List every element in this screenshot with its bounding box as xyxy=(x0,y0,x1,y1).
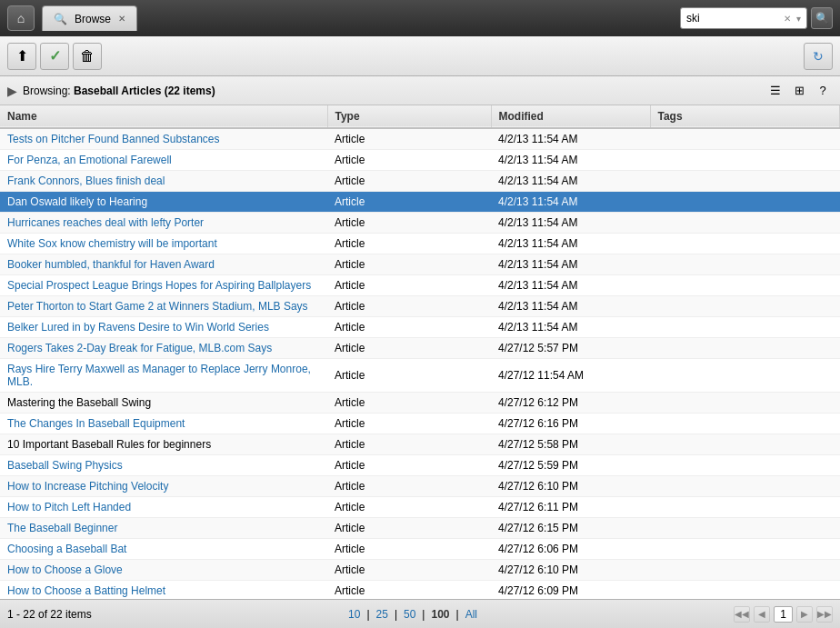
table-row[interactable]: Peter Thorton to Start Game 2 at Winners… xyxy=(0,296,840,317)
list-view-button[interactable]: ☰ xyxy=(765,81,785,101)
article-link[interactable]: How to Increase Pitching Velocity xyxy=(7,480,168,493)
home-button[interactable]: ⌂ xyxy=(7,5,35,31)
table-row[interactable]: Choosing a Baseball BatArticle4/27/12 6:… xyxy=(0,539,840,560)
article-link[interactable]: The Changes In Baseball Equipment xyxy=(7,417,185,430)
article-link[interactable]: How to Choose a Batting Helmet xyxy=(7,584,165,597)
search-button[interactable]: 🔍 xyxy=(811,7,833,29)
table-container: Name Type Modified Tags Tests on Pitcher… xyxy=(0,105,840,599)
article-link[interactable]: The Baseball Beginner xyxy=(7,522,117,534)
approve-button[interactable]: ✓ xyxy=(40,43,69,70)
pagesize-50[interactable]: 50 xyxy=(401,608,418,621)
pagesize-25[interactable]: 25 xyxy=(374,608,391,621)
table-row[interactable]: Special Prospect League Brings Hopes for… xyxy=(0,275,840,296)
table-row[interactable]: Hurricanes reaches deal with lefty Porte… xyxy=(0,213,840,234)
cell-name: Dan Oswald likely to Hearing xyxy=(0,192,327,213)
table-row[interactable]: The Baseball BeginnerArticle4/27/12 6:15… xyxy=(0,518,840,539)
col-header-tags[interactable]: Tags xyxy=(650,105,840,128)
delete-button[interactable]: 🗑 xyxy=(73,43,102,70)
cell-modified: 4/2/13 11:54 AM xyxy=(491,275,650,296)
article-link[interactable]: Special Prospect League Brings Hopes for… xyxy=(7,279,311,292)
cell-tags xyxy=(650,254,840,275)
cell-type: Article xyxy=(327,171,491,192)
article-link[interactable]: Belker Lured in by Ravens Desire to Win … xyxy=(7,321,269,334)
pagesize-10[interactable]: 10 xyxy=(345,608,363,621)
article-link[interactable]: Baseball Swing Physics xyxy=(7,459,123,472)
cell-type: Article xyxy=(327,192,491,213)
table-row[interactable]: Mastering the Baseball SwingArticle4/27/… xyxy=(0,393,840,414)
table-row[interactable]: Booker humbled, thankful for Haven Award… xyxy=(0,254,840,275)
cell-modified: 4/2/13 11:54 AM xyxy=(491,234,650,254)
table-row[interactable]: For Penza, an Emotional FarewellArticle4… xyxy=(0,150,840,171)
pagesize-100[interactable]: 100 xyxy=(428,608,452,621)
article-link[interactable]: Hurricanes reaches deal with lefty Porte… xyxy=(7,216,204,229)
cell-modified: 4/27/12 6:06 PM xyxy=(491,539,650,560)
browsing-label: Browsing: xyxy=(23,85,71,97)
browse-tab[interactable]: 🔍 Browse ✕ xyxy=(42,5,137,31)
col-header-type[interactable]: Type xyxy=(327,105,491,128)
page-next-button[interactable]: ▶ xyxy=(796,606,813,623)
cell-name: Belker Lured in by Ravens Desire to Win … xyxy=(0,317,327,338)
article-link[interactable]: Tests on Pitcher Found Banned Substances xyxy=(7,133,219,145)
help-button[interactable]: ? xyxy=(813,81,833,101)
article-link[interactable]: Booker humbled, thankful for Haven Award xyxy=(7,258,215,271)
cell-tags xyxy=(650,497,840,518)
add-button[interactable]: ⬆ xyxy=(7,43,36,70)
table-row[interactable]: Rays Hire Terry Maxwell as Manager to Re… xyxy=(0,359,840,393)
table-row[interactable]: Rogers Takes 2-Day Break for Fatigue, ML… xyxy=(0,338,840,359)
cell-tags xyxy=(650,476,840,497)
table-row[interactable]: The Changes In Baseball EquipmentArticle… xyxy=(0,414,840,434)
table-row[interactable]: Dan Oswald likely to HearingArticle4/2/1… xyxy=(0,192,840,213)
table-row[interactable]: Belker Lured in by Ravens Desire to Win … xyxy=(0,317,840,338)
breadcrumb-left: ▶ Browsing: Baseball Articles (22 items) xyxy=(7,84,215,98)
articles-table: Name Type Modified Tags Tests on Pitcher… xyxy=(0,105,840,599)
cell-modified: 4/2/13 11:54 AM xyxy=(491,171,650,192)
search-area: ✕ ▾ 🔍 xyxy=(680,7,833,29)
article-link[interactable]: Rogers Takes 2-Day Break for Fatigue, ML… xyxy=(7,342,272,354)
table-row[interactable]: How to Choose a GloveArticle4/27/12 6:10… xyxy=(0,560,840,581)
article-link[interactable]: Rays Hire Terry Maxwell as Manager to Re… xyxy=(7,363,311,388)
search-clear-icon[interactable]: ✕ xyxy=(784,14,791,24)
tab-close-button[interactable]: ✕ xyxy=(118,14,125,24)
cell-tags xyxy=(650,128,840,150)
cell-name: Frank Connors, Blues finish deal xyxy=(0,171,327,192)
cell-name: How to Choose a Glove xyxy=(0,560,327,581)
col-header-modified[interactable]: Modified xyxy=(491,105,650,128)
breadcrumb-path: Baseball Articles (22 items) xyxy=(74,85,215,97)
refresh-button[interactable]: ↻ xyxy=(804,43,833,70)
article-link[interactable]: For Penza, an Emotional Farewell xyxy=(7,154,172,166)
pagesize-all[interactable]: All xyxy=(463,608,480,621)
table-row[interactable]: How to Increase Pitching VelocityArticle… xyxy=(0,476,840,497)
cell-modified: 4/2/13 11:54 AM xyxy=(491,317,650,338)
approve-icon: ✓ xyxy=(49,47,61,65)
table-row[interactable]: How to Pitch Left HandedArticle4/27/12 6… xyxy=(0,497,840,518)
page-last-button[interactable]: ▶▶ xyxy=(816,606,833,623)
article-link[interactable]: Frank Connors, Blues finish deal xyxy=(7,174,165,187)
cell-tags xyxy=(650,317,840,338)
refresh-icon: ↻ xyxy=(813,49,824,64)
table-row[interactable]: White Sox know chemistry will be importa… xyxy=(0,234,840,254)
search-dropdown-icon[interactable]: ▾ xyxy=(796,14,801,24)
article-link[interactable]: Choosing a Baseball Bat xyxy=(7,543,126,555)
cell-type: Article xyxy=(327,296,491,317)
grid-view-button[interactable]: ⊞ xyxy=(789,81,809,101)
article-link[interactable]: How to Choose a Glove xyxy=(7,563,123,576)
search-input[interactable] xyxy=(686,12,777,25)
table-row[interactable]: Frank Connors, Blues finish dealArticle4… xyxy=(0,171,840,192)
cell-tags xyxy=(650,414,840,434)
col-header-name[interactable]: Name xyxy=(0,105,327,128)
page-first-button[interactable]: ◀◀ xyxy=(734,606,750,623)
article-link[interactable]: Peter Thorton to Start Game 2 at Winners… xyxy=(7,300,308,313)
table-row[interactable]: Tests on Pitcher Found Banned Substances… xyxy=(0,128,840,150)
cell-modified: 4/2/13 11:54 AM xyxy=(491,254,650,275)
view-icons: ☰ ⊞ ? xyxy=(765,81,833,101)
table-row[interactable]: Baseball Swing PhysicsArticle4/27/12 5:5… xyxy=(0,455,840,476)
article-link[interactable]: How to Pitch Left Handed xyxy=(7,501,131,513)
tab-browse-icon: 🔍 xyxy=(54,13,67,25)
table-row[interactable]: 10 Important Baseball Rules for beginner… xyxy=(0,434,840,455)
breadcrumb-expand-icon[interactable]: ▶ xyxy=(7,84,17,98)
article-link[interactable]: White Sox know chemistry will be importa… xyxy=(7,237,217,250)
page-prev-button[interactable]: ◀ xyxy=(754,606,770,623)
table-row[interactable]: How to Choose a Batting HelmetArticle4/2… xyxy=(0,581,840,600)
article-link[interactable]: Dan Oswald likely to Hearing xyxy=(7,195,147,208)
search-box: ✕ ▾ xyxy=(680,7,807,29)
